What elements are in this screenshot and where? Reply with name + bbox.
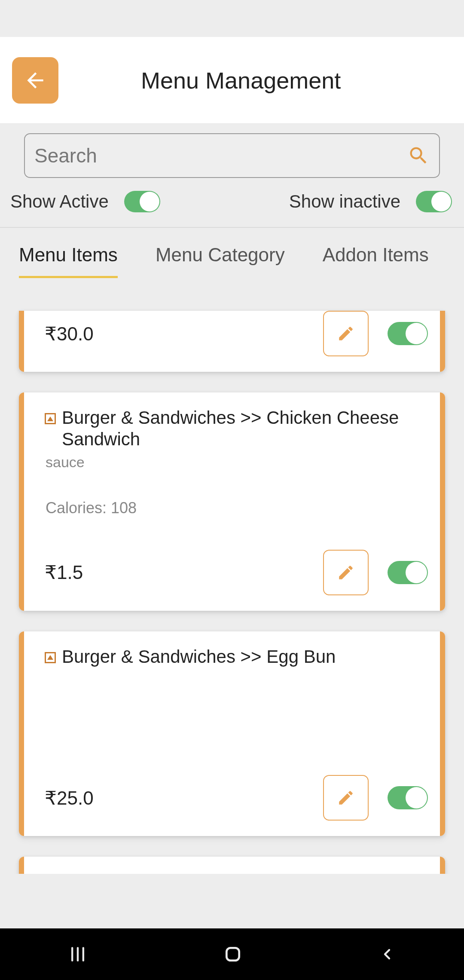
filter-active: Show Active: [10, 191, 160, 212]
filter-inactive: Show inactive: [289, 191, 452, 212]
menu-item-card: Burger & Sandwiches >> Egg Bun ₹25.0: [19, 631, 445, 836]
back-icon[interactable]: [379, 946, 396, 963]
item-title: Burger & Sandwiches >> Chicken Cheese Sa…: [62, 407, 428, 450]
toggle-show-active[interactable]: [124, 191, 160, 212]
edit-button[interactable]: [323, 775, 369, 821]
svg-rect-0: [226, 948, 239, 960]
item-active-toggle[interactable]: [388, 786, 428, 809]
nonveg-indicator-icon: [45, 413, 56, 424]
search-input[interactable]: [34, 144, 407, 167]
filter-inactive-label: Show inactive: [289, 191, 400, 212]
item-active-toggle[interactable]: [388, 322, 428, 345]
toggle-show-inactive[interactable]: [416, 191, 452, 212]
item-list[interactable]: ₹30.0 Burger & Sandwiches >> Chicken Che…: [0, 278, 464, 874]
edit-button[interactable]: [323, 550, 369, 595]
filter-row: Show Active Show inactive: [0, 183, 464, 228]
system-nav-bar: [0, 928, 464, 980]
header: Menu Management: [0, 37, 464, 124]
pencil-icon: [337, 564, 355, 582]
tab-menu-category[interactable]: Menu Category: [156, 244, 285, 278]
page-title: Menu Management: [141, 67, 341, 94]
item-price: ₹30.0: [45, 323, 94, 345]
item-price: ₹25.0: [45, 787, 94, 809]
arrow-left-icon: [23, 68, 47, 92]
pencil-icon: [337, 325, 355, 343]
search-icon: [407, 144, 430, 167]
status-bar: [0, 0, 464, 37]
tab-menu-items[interactable]: Menu Items: [19, 244, 118, 278]
pencil-icon: [337, 789, 355, 807]
search-box[interactable]: [24, 133, 440, 178]
item-calories: Calories: 108: [45, 499, 428, 517]
nonveg-indicator-icon: [45, 652, 56, 663]
tab-bar: Menu Items Menu Category Addon Items C: [0, 228, 464, 278]
item-active-toggle[interactable]: [388, 561, 428, 584]
edit-button[interactable]: [323, 311, 369, 356]
item-price: ₹1.5: [45, 561, 83, 583]
item-subtitle: sauce: [45, 454, 428, 471]
search-container: [0, 124, 464, 183]
menu-item-card: ₹30.0: [19, 311, 445, 372]
back-button[interactable]: [12, 57, 58, 104]
tab-addon-items[interactable]: Addon Items: [323, 244, 429, 278]
menu-item-card: Burger & Sandwiches >> Egg Club Sandwich…: [19, 857, 445, 874]
filter-active-label: Show Active: [10, 191, 109, 212]
home-icon[interactable]: [223, 945, 242, 964]
item-title: Burger & Sandwiches >> Egg Club Sandwich…: [62, 871, 428, 874]
item-title: Burger & Sandwiches >> Egg Bun: [62, 646, 336, 668]
recents-icon[interactable]: [68, 945, 87, 964]
menu-item-card: Burger & Sandwiches >> Chicken Cheese Sa…: [19, 392, 445, 611]
